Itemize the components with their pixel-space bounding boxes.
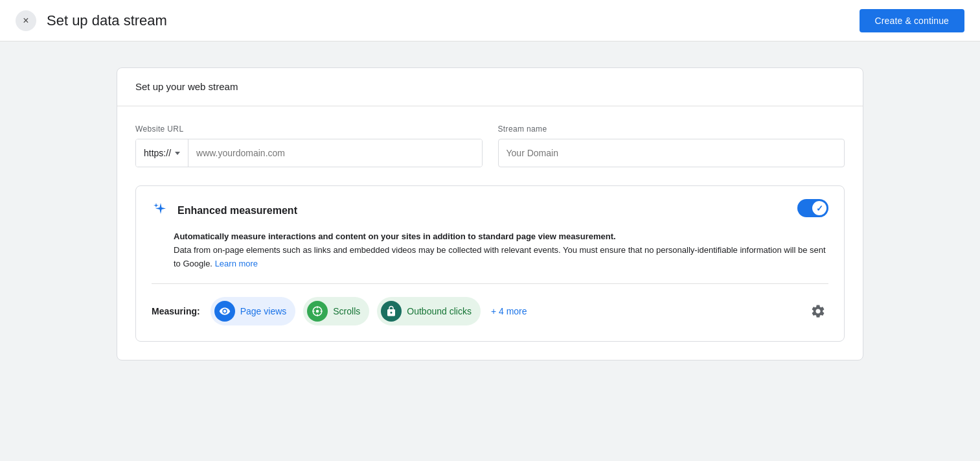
website-url-group: Website URL https:// <box>135 124 483 167</box>
card-body: Website URL https:// Stream name <box>117 106 863 360</box>
chip-page-views[interactable]: Page views <box>211 297 296 325</box>
description-bold: Automatically measure interactions and c… <box>174 231 616 241</box>
close-icon: × <box>23 15 28 27</box>
page-views-icon <box>214 301 235 322</box>
main-content: Set up your web stream Website URL https… <box>0 41 980 386</box>
enhanced-header: Enhanced measurement ✓ <box>152 199 828 222</box>
card-header-text: Set up your web stream <box>135 81 238 92</box>
form-row: Website URL https:// Stream name <box>135 124 845 167</box>
enhanced-measurement-toggle[interactable]: ✓ <box>797 199 828 217</box>
stream-name-label: Stream name <box>498 124 845 134</box>
divider <box>152 283 828 284</box>
outbound-clicks-label: Outbound clicks <box>407 306 472 316</box>
settings-gear-button[interactable] <box>808 301 828 322</box>
url-domain-input[interactable] <box>188 139 481 167</box>
protocol-text: https:// <box>144 148 171 158</box>
outbound-clicks-icon <box>381 301 402 322</box>
website-url-input-row[interactable]: https:// <box>135 139 483 167</box>
toggle-check-icon: ✓ <box>816 204 823 213</box>
more-link[interactable]: + 4 more <box>491 306 527 316</box>
chip-outbound-clicks[interactable]: Outbound clicks <box>377 297 481 325</box>
learn-more-link[interactable]: Learn more <box>215 259 258 268</box>
header: × Set up data stream Create & continue <box>0 0 980 41</box>
scrolls-icon <box>307 301 328 322</box>
enhanced-measurement-box: Enhanced measurement ✓ Automatically mea… <box>135 185 845 342</box>
protocol-selector[interactable]: https:// <box>136 139 188 167</box>
stream-name-input[interactable] <box>498 139 845 167</box>
sparkle-icon <box>152 200 170 222</box>
gear-icon <box>810 303 826 319</box>
setup-card: Set up your web stream Website URL https… <box>117 67 863 361</box>
enhanced-description: Automatically measure interactions and c… <box>174 230 828 270</box>
header-left: × Set up data stream <box>16 10 167 31</box>
measuring-label: Measuring: <box>152 306 200 316</box>
enhanced-title-row: Enhanced measurement <box>152 199 297 222</box>
website-url-label: Website URL <box>135 124 483 134</box>
create-continue-button[interactable]: Create & continue <box>860 9 964 32</box>
page-title: Set up data stream <box>47 12 167 29</box>
page-views-label: Page views <box>240 306 287 316</box>
chevron-down-icon <box>175 152 180 155</box>
card-header: Set up your web stream <box>117 68 863 106</box>
description-text: Data from on-page elements such as links… <box>174 245 826 268</box>
measuring-row: Measuring: Page views <box>152 297 828 325</box>
close-button[interactable]: × <box>16 10 36 31</box>
stream-name-group: Stream name <box>498 124 845 167</box>
toggle-thumb: ✓ <box>812 201 826 215</box>
scrolls-label: Scrolls <box>333 306 360 316</box>
chip-scrolls[interactable]: Scrolls <box>303 297 369 325</box>
enhanced-measurement-title: Enhanced measurement <box>177 205 297 217</box>
svg-point-0 <box>316 310 319 313</box>
